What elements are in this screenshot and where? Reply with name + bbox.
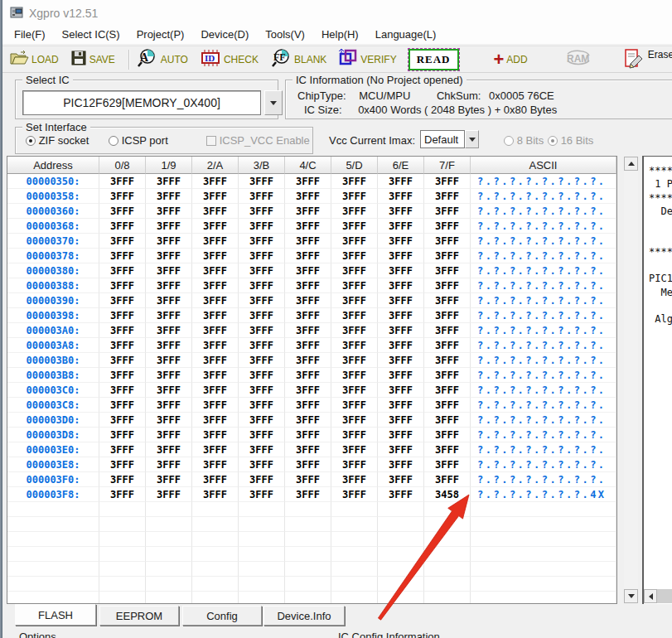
column-header-4c[interactable]: 4/C [285, 157, 331, 174]
hex-cell[interactable]: 3FFF [239, 353, 285, 368]
hex-cell[interactable]: 3FFF [424, 308, 471, 323]
hex-cell[interactable]: 3FFF [285, 353, 331, 368]
hex-cell[interactable]: 3FFF [239, 174, 285, 189]
hex-cell[interactable]: 3FFF [378, 442, 424, 457]
hex-cell[interactable]: 3FFF [146, 383, 192, 398]
hex-cell[interactable]: 3FFF [239, 338, 285, 353]
hex-cell[interactable]: 3FFF [331, 442, 378, 457]
hex-cell[interactable]: 3FFF [239, 204, 285, 219]
menu-item-toolsv[interactable]: Tools(V) [257, 27, 313, 42]
hex-cell[interactable]: 3FFF [285, 368, 331, 383]
hex-cell[interactable]: 3FFF [331, 219, 378, 234]
hex-cell[interactable]: 3FFF [99, 413, 146, 428]
tab-config[interactable]: Config [182, 606, 262, 626]
hex-cell[interactable]: 3FFF [285, 308, 331, 323]
hex-cell[interactable]: 3FFF [192, 398, 239, 413]
hex-cell[interactable]: 3FFF [378, 278, 424, 293]
hex-cell[interactable]: 3FFF [424, 234, 471, 249]
hex-cell[interactable]: 3FFF [285, 249, 331, 263]
hex-cell[interactable]: 3FFF [239, 293, 285, 308]
hex-cell[interactable]: 3FFF [424, 398, 471, 413]
ascii-cell[interactable]: ?.?.?.?.?.?.?.?. [471, 263, 616, 278]
hex-cell[interactable]: 3FFF [331, 249, 378, 263]
hex-cell[interactable]: 3FFF [192, 472, 239, 487]
hex-cell[interactable]: 3FFF [239, 249, 285, 263]
hex-cell[interactable]: 3FFF [146, 174, 192, 189]
hex-cell[interactable]: 3FFF [378, 189, 424, 204]
hex-cell[interactable]: 3FFF [285, 278, 331, 293]
hex-cell[interactable]: 3FFF [192, 278, 239, 293]
ascii-cell[interactable]: ?.?.?.?.?.?.?.?. [471, 204, 616, 219]
hex-cell[interactable]: 3FFF [146, 457, 192, 472]
hex-cell[interactable]: 3FFF [331, 308, 378, 323]
hex-cell[interactable]: 3FFF [99, 368, 146, 383]
hex-cell[interactable]: 3FFF [285, 457, 331, 472]
hex-cell[interactable]: 3FFF [424, 249, 471, 263]
tab-eeprom[interactable]: EEPROM [99, 606, 179, 626]
hex-cell[interactable]: 3FFF [331, 487, 378, 502]
menu-item-languagel[interactable]: Language(L) [367, 27, 445, 42]
hex-cell[interactable]: 3FFF [99, 338, 146, 353]
check-button[interactable]: ID CHECK [200, 49, 259, 70]
hex-cell[interactable]: 3FFF [378, 368, 424, 383]
hex-cell[interactable]: 3FFF [99, 383, 146, 398]
ascii-cell[interactable]: ?.?.?.?.?.?.?.?. [471, 353, 616, 368]
hex-cell[interactable]: 3FFF [424, 353, 471, 368]
hex-cell[interactable]: 3FFF [192, 323, 239, 338]
hex-cell[interactable]: 3FFF [285, 383, 331, 398]
ascii-cell[interactable]: ?.?.?.?.?.?.?.?. [471, 368, 616, 383]
menu-item-filef[interactable]: File(F) [6, 27, 54, 42]
hex-cell[interactable]: 3FFF [239, 442, 285, 457]
hex-cell[interactable]: 3FFF [331, 428, 378, 442]
hex-cell[interactable]: 3FFF [146, 189, 192, 204]
hex-cell[interactable]: 3FFF [192, 457, 239, 472]
hex-cell[interactable]: 3FFF [331, 368, 378, 383]
hex-cell[interactable]: 3FFF [424, 472, 471, 487]
hex-cell[interactable]: 3FFF [285, 189, 331, 204]
hex-cell[interactable]: 3FFF [285, 263, 331, 278]
column-header-3b[interactable]: 3/B [239, 157, 285, 174]
hex-cell[interactable]: 3FFF [378, 353, 424, 368]
hex-cell[interactable]: 3FFF [239, 308, 285, 323]
hex-cell[interactable]: 3FFF [99, 308, 146, 323]
menu-item-selectics[interactable]: Select IC(S) [54, 27, 128, 42]
column-header-7f[interactable]: 7/F [424, 157, 471, 174]
hex-cell[interactable]: 3FFF [424, 457, 471, 472]
hex-cell[interactable]: 3FFF [99, 428, 146, 442]
hex-cell[interactable]: 3FFF [378, 472, 424, 487]
hex-cell[interactable]: 3FFF [285, 234, 331, 249]
hex-cell[interactable]: 3FFF [146, 353, 192, 368]
hex-cell[interactable]: 3FFF [99, 174, 146, 189]
hex-cell[interactable]: 3FFF [424, 204, 471, 219]
hex-cell[interactable]: 3FFF [192, 219, 239, 234]
hex-cell[interactable]: 3FFF [146, 249, 192, 263]
hex-cell[interactable]: 3FFF [192, 338, 239, 353]
hex-cell[interactable]: 3FFF [192, 204, 239, 219]
hex-cell[interactable]: 3FFF [239, 323, 285, 338]
icsp-port-radio[interactable]: ICSP port [109, 134, 168, 147]
ascii-cell[interactable]: ?.?.?.?.?.?.?.?. [471, 249, 616, 263]
scroll-down-button[interactable] [624, 589, 638, 603]
hex-cell[interactable]: 3FFF [378, 383, 424, 398]
ic-select-combobox[interactable]: PIC12F629[MEMORY_0X400] [22, 90, 261, 115]
hex-cell[interactable]: 3FFF [192, 174, 239, 189]
hex-cell[interactable]: 3FFF [285, 293, 331, 308]
hex-cell[interactable]: 3FFF [99, 249, 146, 263]
ascii-cell[interactable]: ?.?.?.?.?.?.?.?. [471, 338, 616, 353]
hex-cell[interactable]: 3FFF [146, 338, 192, 353]
hex-cell[interactable]: 3FFF [192, 442, 239, 457]
column-header-ascii[interactable]: ASCII [471, 157, 616, 174]
hex-cell[interactable]: 3FFF [99, 487, 146, 502]
hex-cell[interactable]: 3FFF [378, 413, 424, 428]
hex-cell[interactable]: 3FFF [424, 174, 471, 189]
save-button[interactable]: SAVE [70, 50, 115, 69]
hex-cell[interactable]: 3FFF [239, 398, 285, 413]
ascii-cell[interactable]: ?.?.?.?.?.?.?.?. [471, 278, 616, 293]
menu-item-projectp[interactable]: Project(P) [128, 27, 193, 42]
hex-cell[interactable]: 3FFF [378, 204, 424, 219]
hex-cell[interactable]: 3FFF [424, 189, 471, 204]
hex-cell[interactable]: 3FFF [192, 308, 239, 323]
hex-cell[interactable]: 3FFF [99, 189, 146, 204]
hex-cell[interactable]: 3FFF [239, 383, 285, 398]
hex-cell[interactable]: 3FFF [331, 234, 378, 249]
